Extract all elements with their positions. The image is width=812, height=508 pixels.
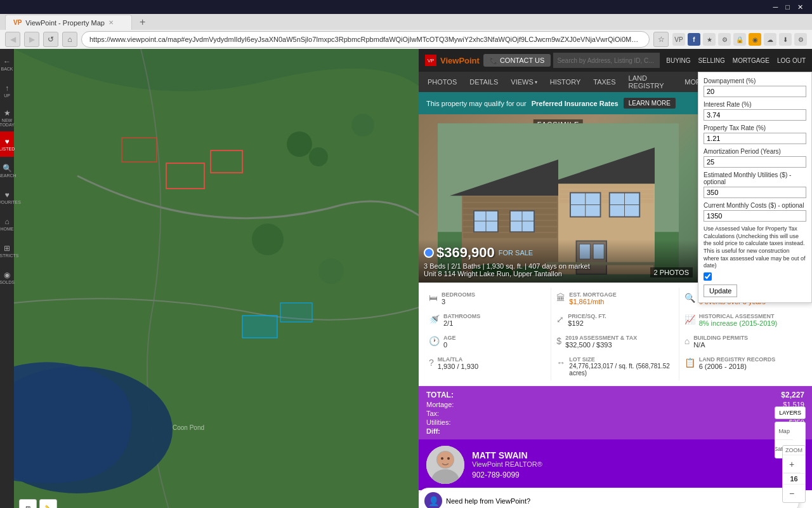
detail-bedrooms: 🛏 BEDROOMS 3 [424, 288, 551, 309]
property-status: FOR SALE [499, 249, 533, 257]
svg-point-9 [309, 147, 328, 166]
detail-assessment: $ 2019 ASSESSMENT & TAX $32,500 / $393 [551, 331, 678, 352]
interest-rate-input[interactable] [704, 109, 806, 121]
search-input[interactable] [553, 53, 660, 68]
browser-icon-8[interactable]: ⬇ [779, 33, 792, 46]
tab-photos[interactable]: PHOTOS [421, 72, 463, 92]
sidebar-item-listed[interactable]: ♥ LISTED [0, 131, 14, 157]
map-type-map-button[interactable]: Map [775, 422, 793, 440]
cost-mortgage-row: Mortage: $1,519 [426, 400, 804, 409]
svg-point-70 [447, 457, 450, 460]
photos-count[interactable]: 2 PHOTOS [650, 267, 693, 277]
svg-rect-26 [560, 185, 653, 189]
sidebar-item-solds[interactable]: ◉ SOLDS [0, 265, 14, 290]
update-button[interactable]: Update [704, 284, 737, 297]
map-tool-button-1[interactable]: ⊞ [19, 499, 37, 508]
browser-icon-1[interactable]: VP [672, 33, 685, 46]
svg-point-11 [252, 224, 284, 255]
sidebar-item-districts[interactable]: ⊞ DISTRICTS [0, 238, 14, 264]
minimize-button[interactable]: ─ [769, 3, 782, 11]
help-bubble[interactable]: 👤 Need help from ViewPoint? [419, 488, 799, 508]
home-button[interactable]: ⌂ [62, 32, 77, 47]
zoom-in-button[interactable]: + [783, 455, 801, 473]
utilities-label: Utilities: [426, 418, 451, 426]
detail-mla-tla: ? MLA/TLA 1,930 / 1,930 [424, 352, 551, 374]
mortgage-note: Use Assessed Value for Property Tax Calc… [704, 225, 806, 270]
svg-rect-6 [280, 303, 312, 322]
downpayment-input[interactable] [704, 86, 806, 97]
browser-icon-3[interactable]: ★ [703, 33, 716, 46]
map-tool-button-2[interactable]: 📏 [39, 499, 57, 508]
building-icon: 🏛 [556, 293, 565, 303]
svg-rect-19 [463, 203, 557, 208]
new-tab-button[interactable]: + [134, 17, 150, 28]
detail-building-permits: ⌂ BUILDING PERMITS N/A [679, 331, 807, 352]
tab-close-button[interactable]: ✕ [108, 19, 114, 26]
browser-tab[interactable]: VP ViewPoint - Property Map ✕ [5, 15, 132, 30]
tab-land-registry[interactable]: LAND REGISTRY [622, 72, 679, 92]
learn-more-button[interactable]: LEARN MORE [624, 98, 676, 109]
property-tax-input[interactable] [704, 133, 806, 144]
monthly-costs-input[interactable] [704, 210, 806, 222]
insurance-text: This property may qualify for our [426, 100, 527, 107]
sidebar-item-home[interactable]: ⌂ HOME [0, 211, 14, 237]
chart-icon: 📈 [684, 314, 695, 324]
property-price: $369,900 [436, 244, 495, 261]
diff-label: Diff: [426, 427, 440, 435]
viewpoint-flag: VP [425, 55, 436, 66]
amortization-input[interactable] [704, 156, 806, 168]
nav-logout-link[interactable]: LOG OUT [773, 57, 809, 64]
mortgage-field-interest: Interest Rate (%) [704, 101, 806, 121]
tab-taxes[interactable]: TAXES [587, 72, 622, 92]
nav-mortgage-link[interactable]: MORTGAGE [729, 57, 773, 64]
bookmark-button[interactable]: ☆ [653, 32, 669, 47]
nav-buying-link[interactable]: BUYING [662, 57, 694, 64]
browser-icon-7[interactable]: ☁ [764, 33, 776, 46]
browser-icon-5[interactable]: 🔒 [733, 33, 746, 46]
registry-icon: 📋 [684, 358, 695, 368]
browser-icon-9[interactable]: ⚙ [794, 33, 807, 46]
svg-text:Coon Pond: Coon Pond [173, 424, 204, 431]
tab-details[interactable]: DETAILS [463, 72, 504, 92]
close-window-button[interactable]: ✕ [794, 3, 807, 11]
address-bar[interactable]: https://www.viewpoint.ca/map#eyJvdmVydyd… [81, 31, 650, 48]
layers-button[interactable]: LAYERS [775, 406, 806, 419]
mortgage-field-property-tax: Property Tax Rate (%) [704, 124, 806, 144]
agent-info: MATT SWAIN ViewPoint REALTOR® 902-789-90… [472, 450, 542, 479]
resize-icon: ⤢ [556, 314, 564, 324]
nav-selling-link[interactable]: SELLING [695, 57, 729, 64]
help-avatar-icon: 👤 [424, 492, 442, 508]
utilities-input[interactable] [704, 187, 806, 198]
tab-history[interactable]: HISTORY [544, 72, 587, 92]
cost-utilities-row: Utilities: $350 [426, 418, 804, 427]
home-icon: ⌂ [684, 336, 690, 346]
maximize-button[interactable]: □ [782, 3, 794, 11]
reload-button[interactable]: ↺ [43, 32, 58, 47]
cost-tax-row: Tax: $357 [426, 409, 804, 418]
forward-button[interactable]: ▶ [24, 32, 39, 47]
svg-point-68 [437, 451, 454, 468]
cost-bar: TOTAL: $2,227 Mortage: $1,519 Tax: $357 … [419, 386, 812, 439]
preferred-rates-text: Preferred Insurance Rates [532, 100, 619, 107]
zoom-level: 16 [783, 473, 805, 485]
svg-point-69 [441, 457, 443, 460]
back-button[interactable]: ◀ [5, 32, 20, 47]
views-dropdown-arrow: ▾ [535, 79, 537, 85]
assessed-value-checkbox[interactable] [704, 272, 712, 281]
cost-diff-row: Diff: $877 [426, 427, 804, 436]
zoom-out-button[interactable]: − [783, 485, 801, 502]
browser-icon-4[interactable]: ⚙ [718, 33, 731, 46]
tab-views[interactable]: VIEWS ▾ [504, 72, 543, 92]
sidebar-item-up[interactable]: ↑ UP [0, 78, 14, 104]
detail-est-mortgage: 🏛 EST. MORTGAGE $1,861/mth [551, 288, 678, 309]
facebook-icon[interactable]: f [688, 33, 700, 46]
browser-icon-6[interactable]: ◉ [749, 33, 761, 46]
contact-us-button[interactable]: 📞 CONTACT US [483, 54, 551, 67]
sidebar-item-new-today[interactable]: ★ NEW TODAY [0, 105, 14, 130]
svg-rect-18 [463, 197, 557, 202]
sidebar-item-search[interactable]: 🔍 SEARCH [0, 158, 14, 184]
sidebar-item-back[interactable]: ← BACK [0, 51, 14, 77]
svg-point-12 [318, 258, 344, 284]
mortgage-field-downpayment: Downpayment (%) [704, 77, 806, 97]
sidebar-item-favourites[interactable]: ♥ FAVOURITES [0, 185, 14, 210]
